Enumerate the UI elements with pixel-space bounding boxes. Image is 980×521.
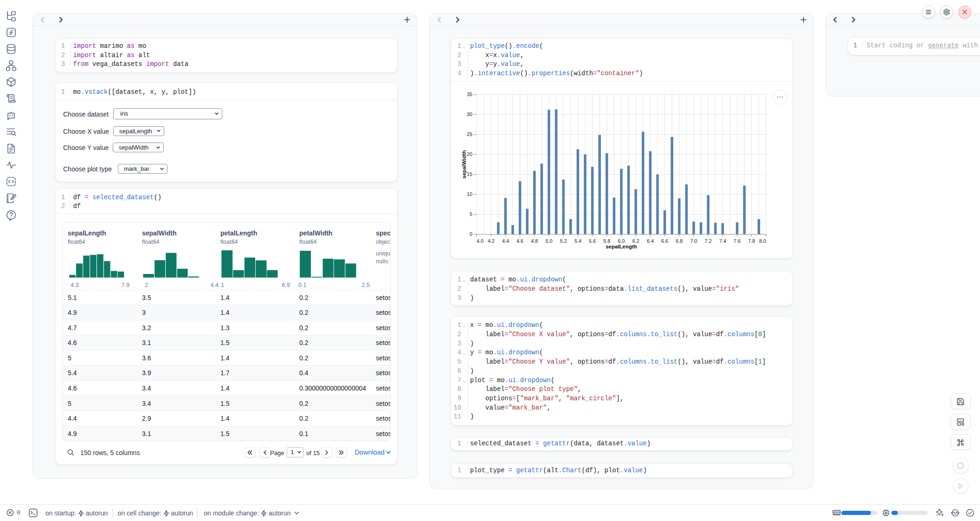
svg-text:sepalLength: sepalLength [606,244,637,249]
svg-text:5.0: 5.0 [545,238,552,244]
svg-text:5.4: 5.4 [574,238,581,244]
svg-text:4.8: 4.8 [531,238,538,244]
svg-text:7.4: 7.4 [719,238,726,244]
svg-text:7.0: 7.0 [690,238,697,244]
svg-text:7.8: 7.8 [748,238,755,244]
svg-text:0: 0 [470,231,472,237]
svg-text:7.6: 7.6 [734,238,741,244]
svg-text:8.0: 8.0 [759,238,766,244]
svg-text:4.2: 4.2 [488,238,495,244]
svg-text:20: 20 [467,151,472,157]
svg-text:4.6: 4.6 [516,238,523,244]
svg-text:30: 30 [467,111,472,117]
svg-text:6.4: 6.4 [647,238,654,244]
svg-text:4.0: 4.0 [477,238,484,244]
svg-text:15: 15 [467,171,472,177]
svg-text:5: 5 [470,211,472,217]
svg-text:25: 25 [467,131,472,137]
svg-text:6.8: 6.8 [676,238,683,244]
svg-text:6.6: 6.6 [661,238,668,244]
svg-text:10: 10 [467,191,472,197]
svg-text:35: 35 [467,91,472,97]
svg-text:6.2: 6.2 [632,238,639,244]
svg-text:6.0: 6.0 [618,238,625,244]
svg-text:7.2: 7.2 [705,238,712,244]
svg-text:5.8: 5.8 [603,238,610,244]
svg-text:4.4: 4.4 [502,238,509,244]
svg-text:5.2: 5.2 [560,238,567,244]
svg-text:5.6: 5.6 [589,238,596,244]
svg-text:sepalWidth: sepalWidth [461,150,467,178]
